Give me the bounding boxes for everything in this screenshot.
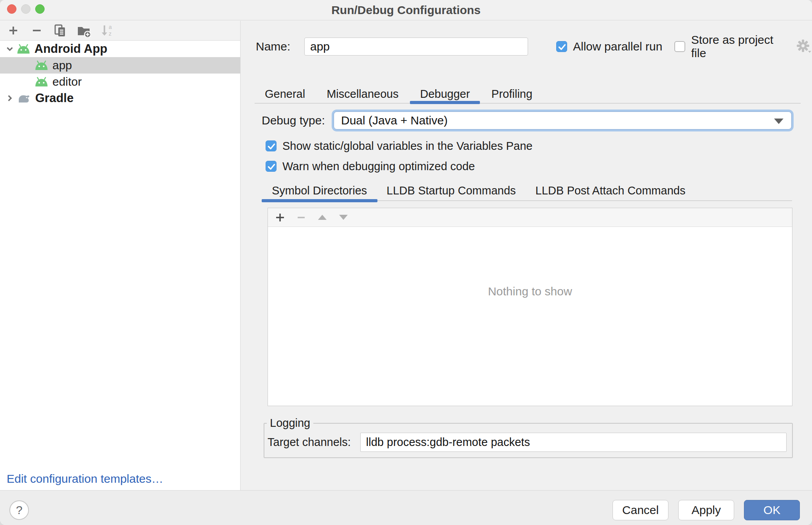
show-static-checkbox-row[interactable]: Show static/global variables in the Vari… [266, 140, 532, 152]
symbol-directories-panel: Nothing to show [268, 208, 792, 406]
show-static-checkbox[interactable] [266, 140, 277, 151]
debug-type-value: Dual (Java + Native) [341, 114, 448, 127]
svg-text:a: a [109, 24, 112, 30]
allow-parallel-run-checkbox[interactable] [556, 41, 567, 52]
move-down-button[interactable] [338, 212, 349, 223]
name-input[interactable] [304, 38, 528, 56]
tree-item-editor[interactable]: editor [0, 74, 240, 90]
tree-item-app[interactable]: app [0, 57, 240, 74]
question-mark-icon: ? [16, 503, 23, 517]
move-up-button[interactable] [317, 212, 328, 223]
remove-icon [296, 212, 307, 223]
tree-item-gradle[interactable]: Gradle [0, 90, 240, 106]
copy-icon [54, 24, 67, 37]
add-directory-button[interactable] [275, 212, 286, 223]
tree-item-label: Gradle [35, 91, 74, 105]
add-configuration-button[interactable] [6, 23, 20, 38]
remove-configuration-button[interactable] [30, 23, 44, 38]
tab-lldb-startup-commands[interactable]: LLDB Startup Commands [386, 182, 516, 199]
remove-icon [31, 24, 43, 37]
sort-alpha-icon: a z [100, 24, 114, 37]
ok-button[interactable]: OK [744, 500, 800, 520]
store-as-project-file-label: Store as project file [691, 33, 787, 60]
configuration-form: Name: Allow parallel run Store as projec… [241, 21, 812, 490]
tab-profiling[interactable]: Profiling [491, 85, 532, 103]
footer-buttons: Cancel Apply OK [613, 500, 800, 520]
chevron-right-icon[interactable] [3, 93, 16, 103]
tab-symbol-directories[interactable]: Symbol Directories [272, 182, 367, 199]
store-as-project-file-checkbox[interactable] [674, 41, 685, 52]
tab-lldb-post-attach-commands[interactable]: LLDB Post Attach Commands [535, 182, 686, 199]
empty-list-message: Nothing to show [268, 285, 792, 298]
svg-text:z: z [109, 31, 111, 37]
store-options-button[interactable] [796, 39, 812, 54]
tab-general[interactable]: General [265, 85, 305, 103]
allow-parallel-run-checkbox-row[interactable]: Allow parallel run [556, 38, 662, 56]
target-channels-label: Target channels: [268, 436, 351, 449]
help-button[interactable]: ? [9, 500, 29, 520]
arrow-up-icon [318, 215, 327, 220]
target-channels-input[interactable] [360, 433, 787, 452]
tree-item-label: Android App [34, 42, 108, 56]
debug-type-dropdown[interactable]: Dual (Java + Native) [334, 111, 792, 129]
add-icon [275, 212, 286, 223]
cancel-button[interactable]: Cancel [613, 500, 668, 520]
store-as-project-file-checkbox-row[interactable]: Store as project file [674, 38, 812, 56]
gradle-icon [16, 93, 31, 104]
remove-directory-button[interactable] [296, 212, 307, 223]
window-title: Run/Debug Configurations [0, 0, 812, 20]
tree-item-label: app [52, 59, 72, 72]
symbol-directories-toolbar [268, 208, 792, 227]
name-label: Name: [256, 38, 290, 56]
tab-bar-divider [255, 103, 801, 104]
config-tab-bar: General Miscellaneous Debugger Profiling [265, 85, 532, 103]
tree-item-android-app[interactable]: Android App [0, 41, 240, 57]
configurations-tree: Android App app [0, 41, 240, 106]
checkmark-icon [557, 41, 567, 52]
arrow-down-icon [339, 215, 348, 220]
add-icon [7, 24, 20, 37]
new-folder-button[interactable] [77, 23, 91, 38]
checkmark-icon [266, 141, 276, 152]
checkmark-icon [266, 161, 276, 172]
chevron-down-icon[interactable] [3, 44, 16, 54]
title-bar: Run/Debug Configurations [0, 0, 812, 20]
copy-configuration-button[interactable] [53, 23, 67, 38]
allow-parallel-run-label: Allow parallel run [573, 40, 662, 53]
tree-item-label: editor [52, 75, 82, 88]
gear-icon [796, 39, 812, 54]
tab-miscellaneous[interactable]: Miscellaneous [327, 85, 399, 103]
configurations-sidebar: a z Android App [0, 21, 241, 490]
android-icon [16, 44, 31, 54]
tab-debugger[interactable]: Debugger [420, 85, 470, 103]
edit-configuration-templates-link[interactable]: Edit configuration templates… [7, 472, 163, 485]
warn-optimized-label: Warn when debugging optimized code [282, 160, 475, 173]
debugger-tab-bar: Symbol Directories LLDB Startup Commands… [272, 182, 685, 199]
warn-optimized-checkbox-row[interactable]: Warn when debugging optimized code [266, 160, 475, 172]
dialog-footer: ? Cancel Apply OK [0, 490, 812, 525]
sort-configurations-button[interactable]: a z [100, 23, 114, 38]
dropdown-arrow-icon [774, 119, 783, 124]
debug-type-label: Debug type: [262, 110, 325, 131]
logging-group: Logging Target channels: [264, 417, 793, 458]
warn-optimized-checkbox[interactable] [266, 161, 277, 172]
show-static-label: Show static/global variables in the Vari… [282, 140, 532, 153]
run-debug-configurations-dialog: Run/Debug Configurations [0, 0, 812, 525]
apply-button[interactable]: Apply [678, 500, 734, 520]
new-folder-icon [77, 24, 91, 37]
sidebar-toolbar: a z [0, 21, 240, 41]
android-icon [34, 77, 49, 87]
android-icon [34, 60, 49, 71]
logging-legend: Logging [267, 417, 313, 430]
